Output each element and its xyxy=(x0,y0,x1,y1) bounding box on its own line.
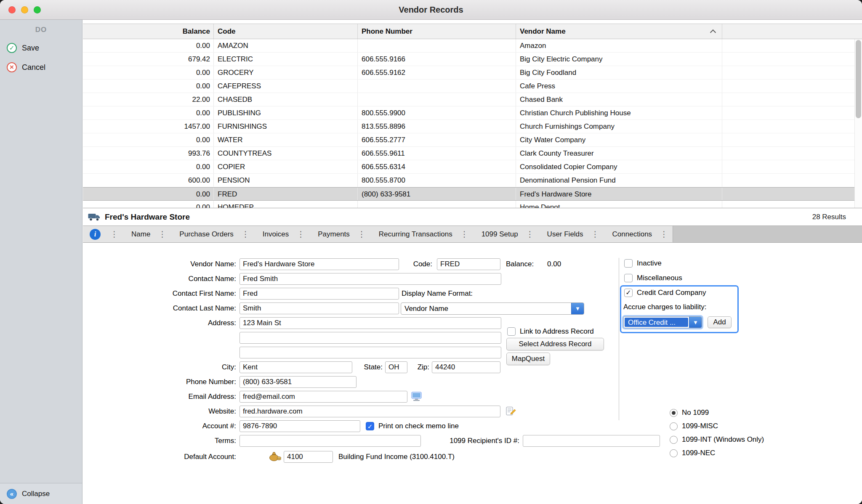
save-label: Save xyxy=(22,44,39,53)
select-address-record-button[interactable]: Select Address Record xyxy=(506,338,604,350)
minimize-window-button[interactable] xyxy=(21,6,28,13)
cell-phone xyxy=(358,80,516,93)
tab-drag-handle[interactable]: ⋮ xyxy=(456,226,473,242)
address-line3-input[interactable] xyxy=(239,347,501,358)
cell-phone: 606.555.2777 xyxy=(358,133,516,146)
vendor-table-row[interactable]: 0.00 AMAZON Amazon xyxy=(83,39,862,53)
tab-bar: i ⋮ Name ⋮ Purchase Orders ⋮ Invoices ⋮ … xyxy=(83,226,862,243)
tab-1099-setup[interactable]: 1099 Setup xyxy=(473,226,521,242)
link-to-address-record-checkbox[interactable]: ✓ Link to Address Record xyxy=(507,326,594,337)
table-scrollbar[interactable] xyxy=(854,39,862,208)
phone-number-input[interactable] xyxy=(239,376,357,388)
money-bag-icon[interactable] xyxy=(269,450,282,462)
tab-info[interactable]: i xyxy=(83,226,106,242)
cell-code: FRED xyxy=(214,188,358,200)
ten99-radio-option[interactable]: 1099-NEC xyxy=(670,447,764,459)
ten99-radio-option[interactable]: 1099-INT (Windows Only) xyxy=(670,434,764,446)
vendor-table-row[interactable]: 0.00 GROCERY 606.555.9162 Big City Foodl… xyxy=(83,66,862,80)
inactive-checkbox[interactable]: ✓ Inactive xyxy=(624,258,662,269)
tab-purchase-orders[interactable]: Purchase Orders xyxy=(171,226,237,242)
vendor-table-row[interactable]: 22.00 CHASEDB Chased Bank xyxy=(83,93,862,106)
collapse-sidebar-button[interactable]: « Collapse xyxy=(0,483,82,504)
tab-drag-handle[interactable]: ⋮ xyxy=(353,226,370,242)
credit-card-company-checkbox[interactable]: ✓ Credit Card Company xyxy=(624,287,706,298)
address-line2-input[interactable] xyxy=(239,332,501,344)
vendor-table-row[interactable]: 0.00 HOMEDEP Home Depot xyxy=(83,201,862,208)
code-input[interactable] xyxy=(437,258,500,270)
cell-balance: 0.00 xyxy=(83,201,214,208)
ten99-radio-option[interactable]: No 1099 xyxy=(670,407,764,419)
cancel-label: Cancel xyxy=(22,63,45,72)
cell-vendor-name: Chased Bank xyxy=(516,93,722,106)
mapquest-button[interactable]: MapQuest xyxy=(506,353,550,365)
vendor-table-row[interactable]: 993.76 COUNTYTREAS 606.555.9611 Clark Co… xyxy=(83,147,862,160)
tab-user-fields[interactable]: User Fields xyxy=(539,226,587,242)
cell-code: HOMEDEP xyxy=(214,201,358,208)
tab-drag-handle[interactable]: ⋮ xyxy=(237,226,254,242)
chevron-down-icon[interactable]: ▼ xyxy=(689,317,702,328)
cell-code: PUBLISHING xyxy=(214,106,358,119)
send-email-icon[interactable] xyxy=(411,392,422,401)
tab-drag-handle[interactable]: ⋮ xyxy=(655,226,673,242)
print-on-check-memo-checkbox[interactable]: ✓ Print on check memo line xyxy=(366,421,459,432)
cell-balance: 0.00 xyxy=(83,66,214,79)
checkbox-icon: ✓ xyxy=(624,274,633,282)
vendor-table-row[interactable]: 0.00 PUBLISHING 800.555.9900 Christian C… xyxy=(83,106,862,120)
tab-drag-handle[interactable]: ⋮ xyxy=(587,226,604,242)
open-website-icon[interactable] xyxy=(505,406,516,416)
tab-invoices[interactable]: Invoices xyxy=(254,226,292,242)
miscellaneous-checkbox[interactable]: ✓ Miscellaneous xyxy=(624,273,682,284)
cell-empty xyxy=(722,147,862,160)
cell-empty xyxy=(722,53,862,66)
tab-drag-handle[interactable]: ⋮ xyxy=(521,226,539,242)
tab-drag-handle[interactable]: ⋮ xyxy=(106,226,123,242)
vendor-table-row[interactable]: 0.00 CAFEPRESS Cafe Press xyxy=(83,80,862,93)
default-account-input[interactable] xyxy=(284,451,333,463)
tab-drag-handle[interactable]: ⋮ xyxy=(292,226,309,242)
ten99-radio-option[interactable]: 1099-MISC xyxy=(670,420,764,432)
scrollbar-thumb[interactable] xyxy=(856,40,861,118)
terms-label: Terms: xyxy=(83,435,236,447)
recipient-id-input[interactable] xyxy=(523,435,660,447)
tab-connections[interactable]: Connections xyxy=(604,226,656,242)
tab-name[interactable]: Name xyxy=(123,226,154,242)
column-header-phone-number[interactable]: Phone Number xyxy=(358,24,516,39)
contact-first-name-input[interactable] xyxy=(239,288,399,300)
terms-input[interactable] xyxy=(239,435,421,447)
vendor-table-row[interactable]: 679.42 ELECTRIC 606.555.9166 Big City El… xyxy=(83,53,862,66)
column-header-code[interactable]: Code xyxy=(214,24,358,39)
vendor-table-row[interactable]: 0.00 WATER 606.555.2777 City Water Compa… xyxy=(83,133,862,147)
tab-drag-handle[interactable]: ⋮ xyxy=(154,226,171,242)
save-button[interactable]: ✓ Save xyxy=(0,38,82,58)
address-line1-input[interactable] xyxy=(239,317,501,329)
vendor-table-row[interactable]: 600.00 PENSION 800.555.8700 Denomination… xyxy=(83,174,862,187)
cell-phone: 800.555.8700 xyxy=(358,174,516,187)
zip-input[interactable] xyxy=(432,361,500,373)
cancel-button[interactable]: × Cancel xyxy=(0,58,82,77)
state-input[interactable] xyxy=(385,361,407,373)
zip-label: Zip: xyxy=(407,361,429,373)
liability-account-select[interactable]: Office Credit ... ▼ xyxy=(623,316,702,328)
column-header-balance[interactable]: Balance xyxy=(83,24,214,39)
email-address-input[interactable] xyxy=(239,391,407,403)
vendor-table-row[interactable]: 1457.00 FURNISHINGS 813.555.8896 Church … xyxy=(83,120,862,133)
tab-payments[interactable]: Payments xyxy=(309,226,353,242)
chevron-down-icon[interactable]: ▼ xyxy=(571,303,584,314)
contact-name-input[interactable] xyxy=(239,273,501,285)
account-number-input[interactable] xyxy=(239,420,360,432)
add-liability-account-button[interactable]: Add xyxy=(708,316,732,328)
vendor-table-row[interactable]: 0.00 COPIER 606.555.6314 Consolidated Co… xyxy=(83,160,862,174)
tab-recurring-transactions[interactable]: Recurring Transactions xyxy=(370,226,456,242)
display-name-format-select[interactable]: Vendor Name ▼ xyxy=(401,302,584,315)
contact-last-name-input[interactable] xyxy=(239,302,399,314)
print-on-check-memo-label: Print on check memo line xyxy=(378,422,459,430)
column-header-vendor-name[interactable]: Vendor Name xyxy=(516,24,722,39)
vendor-name-input[interactable] xyxy=(239,258,399,270)
website-input[interactable] xyxy=(239,406,500,417)
close-window-button[interactable] xyxy=(8,6,16,13)
cell-balance: 600.00 xyxy=(83,174,214,187)
zoom-window-button[interactable] xyxy=(34,6,41,13)
record-title: Fred's Hardware Store xyxy=(105,212,190,222)
vendor-table-row[interactable]: 0.00 FRED (800) 633-9581 Fred's Hardware… xyxy=(83,187,862,201)
city-input[interactable] xyxy=(239,361,352,373)
